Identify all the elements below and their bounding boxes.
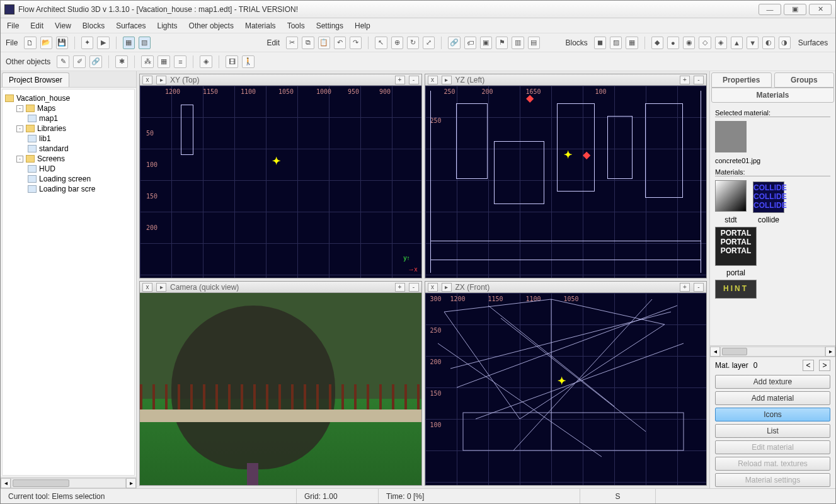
layer-prev-button[interactable]: < [803, 360, 814, 371]
viewport-camera[interactable]: x ▸ Camera (quick view) + - [139, 281, 422, 486]
properties-tab[interactable]: Properties [711, 72, 772, 88]
tag-icon[interactable]: 🏷 [464, 37, 476, 49]
add-texture-button[interactable]: Add texture [715, 375, 830, 389]
paste-icon[interactable]: 📋 [318, 37, 330, 49]
rotate-icon[interactable]: ↻ [407, 37, 419, 49]
shape-2-icon[interactable]: ● [667, 37, 679, 49]
viewport-xy[interactable]: x ▸ XY (Top) + - 1200 1150 1100 1050 100… [139, 74, 422, 278]
menu-view[interactable]: View [55, 21, 71, 30]
scroll-left-icon[interactable]: ◂ [1, 478, 11, 488]
menu-edit[interactable]: Edit [30, 21, 43, 30]
scroll-thumb[interactable] [722, 348, 747, 355]
h-scrollbar[interactable]: ◂ ▸ [1, 477, 136, 488]
tree-loading[interactable]: Loading screen [5, 174, 132, 184]
add-material-button[interactable]: Add material [715, 391, 830, 405]
material-stdt[interactable] [715, 180, 747, 212]
shape-5-icon[interactable]: ◈ [715, 37, 727, 49]
select-arrow-icon[interactable]: ↖ [375, 37, 387, 49]
new-button[interactable]: 🗋 [24, 37, 36, 49]
material-hint[interactable]: HINT [715, 280, 757, 299]
block-box-icon[interactable]: ▨ [610, 37, 622, 49]
link-icon[interactable]: 🔗 [448, 37, 460, 49]
minimize-button[interactable]: — [759, 4, 781, 15]
menu-lights[interactable]: Lights [157, 21, 178, 30]
edit-material-button[interactable]: Edit material [715, 440, 830, 454]
tree-map1[interactable]: map1 [5, 113, 132, 123]
layout-a-icon[interactable]: ▦ [123, 37, 135, 49]
cut-icon[interactable]: ✂ [286, 37, 298, 49]
snap-icon[interactable]: ✱ [115, 55, 128, 68]
save-button[interactable]: 💾 [56, 37, 68, 49]
collapse-icon[interactable]: - [16, 156, 23, 163]
tree-maps[interactable]: - Maps [5, 103, 132, 113]
move-icon[interactable]: ⊕ [391, 37, 403, 49]
wand2-icon[interactable]: ✐ [73, 55, 86, 68]
project-tree[interactable]: Vacation_house - Maps map1 - Libraries [2, 89, 135, 476]
tree-lib1[interactable]: lib1 [5, 134, 132, 144]
shape-9-icon[interactable]: ◑ [779, 37, 791, 49]
viewport-zx[interactable]: x ▸ ZX (Front) + - 1200 1150 1100 1050 3… [425, 281, 707, 486]
tree-screens[interactable]: - Screens [5, 154, 132, 164]
collapse-icon[interactable]: - [16, 105, 23, 112]
view-expand-icon[interactable]: ▸ [442, 76, 452, 84]
materials-tab[interactable]: Materials [711, 88, 834, 103]
view-plus-icon[interactable]: + [395, 76, 405, 84]
particles-icon[interactable]: ⁂ [141, 55, 154, 68]
shape-7-icon[interactable]: ▼ [747, 37, 759, 49]
reload-textures-button[interactable]: Reload mat. textures [715, 457, 830, 471]
view-close-icon[interactable]: x [428, 283, 438, 292]
undo-icon[interactable]: ↶ [334, 37, 346, 49]
copy-icon[interactable]: ⧉ [302, 37, 314, 49]
shape-3-icon[interactable]: ◉ [683, 37, 695, 49]
material-portal[interactable]: PORTALPORTALPORTAL [715, 227, 757, 266]
shape-1-icon[interactable]: ◆ [651, 37, 663, 49]
view-expand-icon[interactable]: ▸ [156, 283, 166, 292]
redo-icon[interactable]: ↷ [350, 37, 362, 49]
preview-a-icon[interactable]: ▥ [512, 37, 524, 49]
open-button[interactable]: 📂 [40, 37, 52, 49]
scroll-left-icon[interactable]: ◂ [710, 346, 720, 357]
material-collide[interactable]: COLLIDECOLLIDECOLLIDE [753, 181, 784, 213]
menu-other[interactable]: Other objects [189, 21, 234, 30]
menu-blocks[interactable]: Blocks [83, 21, 105, 30]
layers-icon[interactable]: ≡ [174, 55, 186, 68]
menu-help[interactable]: Help [355, 21, 370, 30]
tool-icon[interactable]: ✦ [81, 37, 93, 49]
scroll-thumb[interactable] [13, 479, 69, 487]
link2-icon[interactable]: 🔗 [89, 55, 102, 68]
shape-4-icon[interactable]: ◇ [699, 37, 711, 49]
person-icon[interactable]: 🚶 [242, 55, 255, 68]
view-close-icon[interactable]: x [142, 283, 152, 292]
block-stack-icon[interactable]: ▦ [626, 37, 638, 49]
view-expand-icon[interactable]: ▸ [156, 76, 166, 84]
preview-b-icon[interactable]: ▤ [528, 37, 540, 49]
view-close-icon[interactable]: x [428, 76, 438, 84]
wand-icon[interactable]: ✎ [57, 55, 69, 68]
viewport-yz[interactable]: x ▸ YZ (Left) + - 250 200 1650 100 250 [425, 74, 707, 278]
menu-surfaces[interactable]: Surfaces [116, 21, 146, 30]
maximize-button[interactable]: ▣ [784, 4, 806, 15]
menu-settings[interactable]: Settings [316, 21, 343, 30]
view-plus-icon[interactable]: + [680, 76, 690, 84]
selected-swatch[interactable] [715, 121, 747, 152]
block-cube-icon[interactable]: ◼ [594, 37, 606, 49]
flag-icon[interactable]: ⚑ [496, 37, 508, 49]
titlebar[interactable]: Flow Architect Studio 3D v 1.3.10 - [Vac… [1, 1, 835, 18]
checker-icon[interactable]: ▦ [157, 55, 170, 68]
project-browser-tab[interactable]: Project Browser [2, 72, 69, 87]
collapse-icon[interactable]: - [16, 125, 23, 132]
film-icon[interactable]: 🎞 [226, 55, 238, 68]
tree-libraries[interactable]: - Libraries [5, 123, 132, 134]
view-minus-icon[interactable]: - [694, 283, 704, 292]
shape-8-icon[interactable]: ◐ [762, 37, 774, 49]
scroll-right-icon[interactable]: ▸ [126, 478, 136, 488]
tree-hud[interactable]: HUD [5, 164, 132, 174]
menu-file[interactable]: File [7, 21, 19, 30]
materials-scrollbar[interactable]: ◂ ▸ [710, 345, 835, 357]
run-icon[interactable]: ▶ [97, 37, 109, 49]
scroll-right-icon[interactable]: ▸ [825, 346, 835, 357]
close-button[interactable]: ✕ [809, 4, 832, 15]
view-minus-icon[interactable]: - [409, 76, 419, 84]
target-icon[interactable]: ◈ [200, 55, 212, 68]
menu-materials[interactable]: Materials [245, 21, 276, 30]
